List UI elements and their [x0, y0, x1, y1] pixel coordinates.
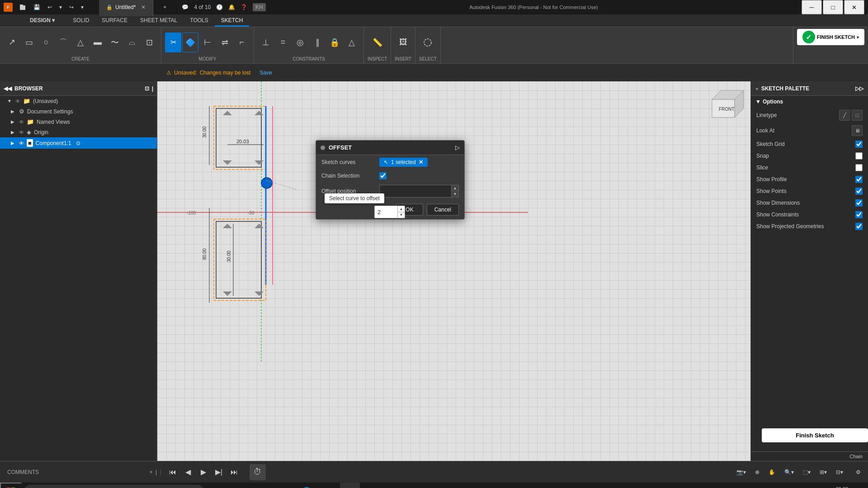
- undo-btn[interactable]: ↩: [45, 1, 55, 14]
- show-profile-checkbox[interactable]: [855, 176, 863, 183]
- spline-tool-btn[interactable]: 〜: [107, 33, 123, 52]
- settings-gear-btn[interactable]: ⚙: [852, 465, 864, 479]
- look-at-icon-btn[interactable]: 🖥: [852, 125, 863, 136]
- browser-item-unsaved[interactable]: ▼ 👁 📁 (Unsaved): [0, 96, 157, 106]
- value-spinner-up[interactable]: ▲: [398, 206, 405, 212]
- tab-close-btn[interactable]: ✕: [141, 4, 146, 10]
- origin-btn[interactable]: ⊕: [751, 465, 763, 479]
- undo-dropdown-btn[interactable]: ▾: [57, 1, 65, 14]
- comments-pin-btn[interactable]: |: [156, 469, 157, 475]
- timeline-icon[interactable]: ⏱: [250, 464, 266, 480]
- clear-selection-btn[interactable]: ✕: [419, 159, 423, 165]
- conic-tool-btn[interactable]: ⌓: [124, 33, 140, 52]
- active-document-tab[interactable]: 🔒 Untitled* ✕: [99, 0, 153, 16]
- ribbon-tab-solid[interactable]: SOLID: [66, 15, 95, 27]
- inspect-btn[interactable]: 📏: [369, 33, 386, 52]
- show-constraints-checkbox[interactable]: [855, 211, 863, 218]
- ribbon-tab-surface[interactable]: SURFACE: [95, 15, 134, 27]
- ribbon-tab-sketch[interactable]: SKETCH: [215, 15, 250, 27]
- linetype-icon-btn-2[interactable]: □: [852, 110, 863, 121]
- palette-expand-btn[interactable]: ▷▷: [855, 85, 863, 92]
- view-btn[interactable]: ⬚▾: [799, 465, 814, 479]
- line-tool-btn[interactable]: ↗: [4, 33, 20, 52]
- insert-btn[interactable]: 🖼: [395, 33, 411, 52]
- sketch-grid-checkbox[interactable]: [855, 141, 863, 148]
- coincident-btn[interactable]: ⊥: [258, 33, 274, 52]
- fusion-taskbar-btn[interactable]: F: [340, 483, 360, 488]
- ribbon-tab-tools[interactable]: TOOLS: [184, 15, 214, 27]
- save-document-btn[interactable]: Save: [259, 70, 272, 76]
- chrome-btn[interactable]: ◉: [318, 483, 338, 488]
- extend-btn[interactable]: ⊢: [199, 33, 216, 52]
- browser-options-btn[interactable]: ⊡: [145, 85, 149, 92]
- show-dimensions-checkbox[interactable]: [855, 199, 863, 206]
- design-dropdown-btn[interactable]: DESIGN ▾: [27, 14, 57, 27]
- polygon-tool-btn[interactable]: △: [72, 33, 89, 52]
- ribbon-tab-sheetmetal[interactable]: SHEET METAL: [134, 15, 184, 27]
- chain-selection-checkbox[interactable]: [379, 172, 387, 179]
- show-projected-checkbox[interactable]: [855, 223, 863, 230]
- browser-item-named-views[interactable]: ▶ 👁 📁 Named Views: [0, 117, 157, 127]
- explorer-btn[interactable]: 📁: [275, 483, 295, 488]
- view-cube[interactable]: FRONT: [710, 86, 746, 122]
- fillet-btn[interactable]: ⌐: [234, 33, 250, 52]
- parallel-btn[interactable]: ∥: [309, 33, 326, 52]
- perpendicular-btn[interactable]: 🔒: [326, 33, 343, 52]
- zoom-btn[interactable]: 🔍▾: [781, 465, 797, 479]
- save-btn-toolbar[interactable]: 💾: [31, 1, 43, 14]
- redo-btn[interactable]: ↪: [66, 1, 76, 14]
- browser-item-component[interactable]: ▶ 👁 ■ Component1:1 ⊙: [0, 137, 157, 149]
- cancel-btn[interactable]: Cancel: [427, 204, 459, 216]
- search-bar[interactable]: [24, 485, 204, 488]
- close-btn[interactable]: ✕: [844, 0, 864, 14]
- prev-btn[interactable]: ◀: [182, 466, 194, 479]
- collinear-btn[interactable]: =: [275, 33, 291, 52]
- tangent-btn[interactable]: △: [344, 33, 360, 52]
- prev-first-btn[interactable]: ⏮: [166, 466, 179, 479]
- selected-badge[interactable]: ↖ 1 selected ✕: [379, 158, 428, 167]
- offset-position-input[interactable]: 2 mm: [379, 185, 452, 197]
- circle-tool-btn[interactable]: ○: [38, 33, 54, 52]
- trim-btn[interactable]: 🔷: [182, 33, 198, 52]
- break-btn[interactable]: ⇌: [217, 33, 233, 52]
- browser-item-origin[interactable]: ▶ 👁 ◈ Origin: [0, 127, 157, 137]
- next-last-btn[interactable]: ⏭: [228, 466, 241, 479]
- play-btn[interactable]: ▶: [197, 466, 210, 479]
- windows-search-btn[interactable]: ⊙: [231, 483, 251, 488]
- minimize-btn[interactable]: ─: [802, 0, 822, 14]
- spinner-up[interactable]: ▲: [452, 185, 458, 191]
- start-button[interactable]: [0, 483, 22, 488]
- palette-finish-sketch-btn[interactable]: Finish Sketch: [762, 428, 868, 442]
- linetype-icon-btn-1[interactable]: ╱: [839, 110, 850, 121]
- file-menu-btn[interactable]: [16, 1, 29, 14]
- comments-add-btn[interactable]: +: [150, 469, 153, 475]
- arc-tool-btn[interactable]: ⌒: [55, 33, 71, 52]
- browser-pin-btn[interactable]: |: [152, 85, 153, 92]
- show-points-checkbox[interactable]: [855, 188, 863, 195]
- select-btn[interactable]: [420, 33, 436, 52]
- offset-spinner[interactable]: ▲ ▼: [452, 185, 459, 197]
- task-view-btn[interactable]: [210, 483, 230, 488]
- new-tab-btn[interactable]: +: [160, 1, 169, 14]
- slot-tool-btn[interactable]: ▬: [90, 33, 106, 52]
- point-tool-btn[interactable]: ⊡: [141, 33, 157, 52]
- canvas-area[interactable]: 20.03 30.00 80.00 -100 -50 30.00 OF: [157, 81, 750, 461]
- camera-btn[interactable]: 📷▾: [733, 465, 750, 479]
- concentric-btn[interactable]: ◎: [292, 33, 308, 52]
- grid-btn[interactable]: ⊞▾: [816, 465, 830, 479]
- snap-checkbox[interactable]: [855, 152, 863, 160]
- browser-taskbar-btn[interactable]: 🌐: [297, 483, 316, 488]
- maximize-btn[interactable]: □: [823, 0, 843, 14]
- finish-sketch-btn[interactable]: ✓ FINISH SKETCH ▾: [797, 29, 864, 45]
- slice-checkbox[interactable]: [855, 164, 863, 171]
- next-frame-btn[interactable]: ▶|: [212, 466, 225, 479]
- browser-item-doc-settings[interactable]: ▶ ⚙ Document Settings: [0, 106, 157, 117]
- rect-tool-btn[interactable]: ▭: [21, 33, 37, 52]
- dialog-expand-btn[interactable]: ▷: [455, 144, 460, 151]
- offset-btn[interactable]: ✂: [165, 33, 181, 52]
- settings-taskbar-btn[interactable]: ⚙: [253, 483, 273, 488]
- value-input-field[interactable]: [375, 206, 397, 218]
- value-spinner-down[interactable]: ▼: [398, 212, 405, 218]
- redo-dropdown-btn[interactable]: ▾: [78, 1, 86, 14]
- spinner-down[interactable]: ▼: [452, 191, 458, 197]
